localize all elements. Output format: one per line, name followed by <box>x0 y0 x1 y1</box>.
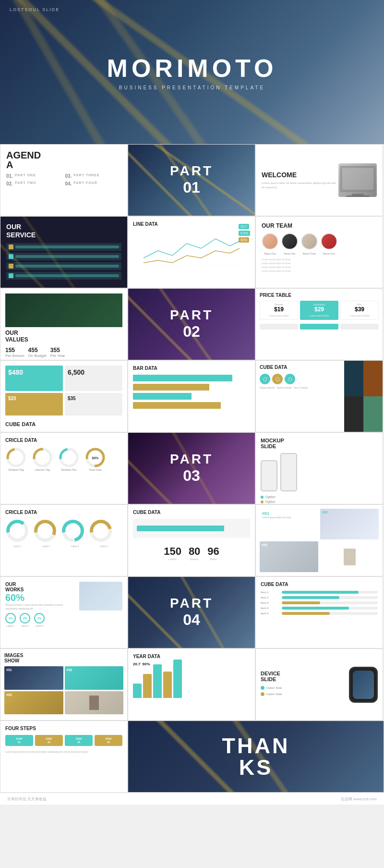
step4-label: STEP04 <box>97 737 120 744</box>
option-dot-2 <box>261 501 264 503</box>
slide-thanks: THANKS <box>128 721 384 793</box>
stat1-label: 20.7 <box>239 224 249 229</box>
device-dot-2 <box>261 692 264 696</box>
slide-linedata: LINE DATA 20.7 9.5% 90% <box>128 216 255 288</box>
donut-svg-2 <box>32 447 53 468</box>
service-bar-2 <box>15 255 119 258</box>
num-grid: #01 Lorem ipsum dolor sit amet #02 #03 <box>260 509 379 572</box>
service-bar-1 <box>15 245 119 248</box>
bar-chart <box>133 669 250 698</box>
steps-row: STEP01 STEP02 STEP03 STEP04 <box>5 735 122 746</box>
hero-subtitle: BUSINESS PRESENTATION TEMPLATE <box>119 85 265 90</box>
service-icon-3 <box>9 264 13 269</box>
part02-num: 02 <box>183 323 200 341</box>
donut2-labels: Label 1 Label 2 Label 3 Label 4 <box>5 545 122 548</box>
mockup-options: Option Option <box>261 495 378 503</box>
team-avatars <box>262 233 377 250</box>
agenda-item-2: 02. PART TWO <box>6 181 63 186</box>
progress-4: Item 4 <box>261 607 378 610</box>
footer-left: 分享好作品 天天拿收益 <box>7 796 47 802</box>
cubedata1-title: CUBE DATA <box>5 421 122 427</box>
service-item-4 <box>6 272 121 280</box>
price-col-3: Pro $39 Lorem ipsum dolor <box>340 301 379 320</box>
svg-marker-3 <box>345 196 371 197</box>
ourservice-title: OURSERVICE <box>6 223 121 239</box>
works-stat-2: 2% Label 2 <box>20 613 30 627</box>
cube-cell-3: $20 <box>5 393 63 416</box>
hero-slide: LOSTSOUL SLIDE MORIMOTO BUSINESS PRESENT… <box>0 0 384 144</box>
slide-circledata2: CRICLE DATA Label 1 Label 2 Label 3 <box>0 504 128 576</box>
bar-item-4 <box>133 402 250 409</box>
num-item-figure <box>320 541 379 572</box>
slide-yeardata: YEAR DATA 20.7 90% <box>128 648 255 721</box>
brand-label: LOSTSOUL SLIDE <box>10 7 60 12</box>
foursteps-desc: Lorem ipsum dolor sit amet consectetur a… <box>5 750 122 754</box>
foursteps-title: FOUR STEPS <box>5 726 122 731</box>
team-name-1: Name One <box>262 252 278 255</box>
val-stat-2: 455 On Budget <box>28 347 47 358</box>
welcome-content: WELCOME Lorem ipsum dolor sit amet conse… <box>262 171 338 190</box>
yeardata-title: YEAR DATA <box>133 654 250 659</box>
slide-part02: PART 02 <box>128 288 255 360</box>
stat-bar-2: 9.5% <box>239 231 250 236</box>
hero-title: MORIMOTO <box>107 54 277 83</box>
row-3: OURSERVICE LINE DATA 20.7 <box>0 216 384 288</box>
progress-3: Item 3 <box>261 601 378 604</box>
device-option-2: Option Slide <box>261 692 345 696</box>
bar-fill-3 <box>133 393 192 400</box>
footer: 分享好作品 天天拿收益 志设网 www.zs9.com <box>0 793 384 805</box>
part04-label: PART <box>170 596 213 611</box>
avatar-4 <box>321 233 337 250</box>
img-cell-1: #01 <box>4 666 63 690</box>
stat-bar-1: 20.7 <box>239 224 250 229</box>
device-dot-1 <box>261 686 264 690</box>
ourworks-title: OURWORKS <box>5 582 75 592</box>
cube-cell-2: 6,500 <box>65 366 122 391</box>
part03-num: 03 <box>183 467 200 485</box>
team-name-4: Name Four <box>321 252 337 255</box>
agenda-item-3: 03. PART THREE <box>65 173 122 179</box>
ourworks-desc: Head and Heart. Lorem ipsum dolor specia… <box>5 603 75 611</box>
imagesshow-title: IMAGESSHOW <box>4 653 123 663</box>
circle-2: Interest Tag <box>32 447 53 471</box>
ourworks-text: OURWORKS 60% Head and Heart. Lorem ipsum… <box>5 582 75 627</box>
team-name-2: Name Two <box>281 252 298 255</box>
circle-3: Related Too <box>58 447 80 471</box>
circle-1: Related Tag <box>5 447 27 471</box>
avatar-1 <box>262 233 278 250</box>
cube3-num-3: 96 Dolor <box>207 545 219 561</box>
cube-cell-4: $35 <box>65 393 122 416</box>
avatar-2 <box>281 233 298 250</box>
bar-fill-2 <box>133 384 209 391</box>
img-cell-4 <box>65 691 124 715</box>
progress-1: Item 1 <box>261 591 378 594</box>
slide-part04: PART 04 <box>128 576 255 648</box>
cubedata3-bar <box>133 519 250 538</box>
service-item-1 <box>6 243 121 251</box>
bardata-title: BAR DATA <box>133 366 250 371</box>
bar-1 <box>133 684 142 698</box>
slide-agenda: AGENDA 01. PART ONE 03. PART THREE 02. P… <box>0 144 128 216</box>
progress-2: Item 2 <box>261 596 378 599</box>
option-dot-1 <box>261 496 264 499</box>
donut2-svg-3 <box>61 519 85 543</box>
linedata-title: LINE DATA <box>133 221 250 227</box>
bar-item-2 <box>133 384 250 391</box>
circles-row-1: Related Tag Interest Tag Related Too <box>5 447 122 471</box>
agenda-item-4: 04. PART FOUR <box>65 181 122 186</box>
slide-device: DEVICESLIDE Option Slide Option Slide <box>255 648 383 721</box>
phone-2 <box>280 453 297 491</box>
row-7: CRICLE DATA Label 1 Label 2 Label 3 <box>0 504 384 576</box>
step-2: STEP02 <box>35 735 63 746</box>
pricetable-title: PRICE TABLE <box>260 293 379 298</box>
circledata1-title: CRICLE DATA <box>5 438 122 443</box>
svg-rect-1 <box>342 168 373 190</box>
welcome-image <box>338 163 377 197</box>
cube-icon-1: ⬡ <box>260 374 270 384</box>
year-stat-1: 20.7 <box>133 662 141 666</box>
ourworks-content: OURWORKS 60% Head and Heart. Lorem ipsum… <box>5 582 122 627</box>
bar-fill-1 <box>133 375 232 381</box>
circles-row-2 <box>5 519 122 543</box>
phone-1 <box>261 460 277 491</box>
step1-label: STEP01 <box>8 737 31 744</box>
